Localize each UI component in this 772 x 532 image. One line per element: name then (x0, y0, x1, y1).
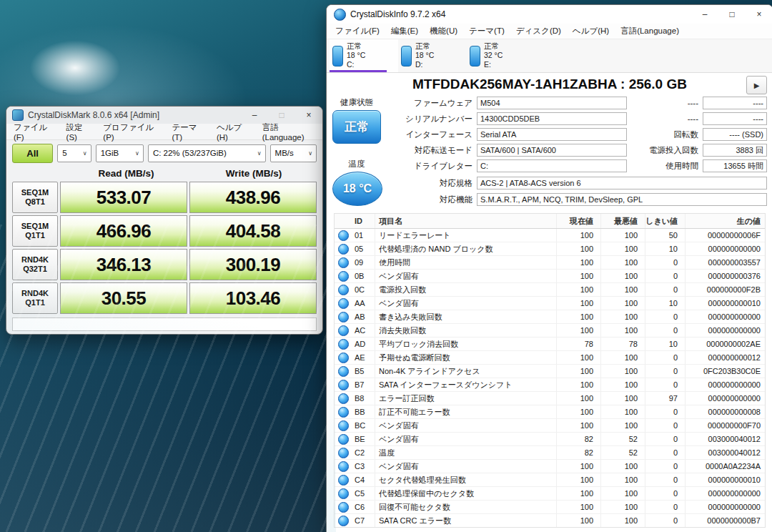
test-size-select[interactable]: 1GiB ∨ (96, 144, 144, 162)
drive-tab-d[interactable]: 正常 18 °C D: (398, 39, 467, 72)
smart-row[interactable]: B5 Non-4K アラインドアクセス 100 100 0 0FC203B30C… (335, 365, 765, 378)
smart-row[interactable]: AD 平均ブロック消去回数 78 78 10 0000000002AE (335, 338, 765, 351)
drive-tab-c[interactable]: 正常 18 °C C: (330, 39, 398, 72)
smart-row[interactable]: AC 消去失敗回数 100 100 0 000000000000 (335, 324, 765, 338)
smart-row[interactable]: AE 予期せぬ電源断回数 100 100 0 000000000012 (335, 351, 765, 365)
smart-row[interactable]: C5 代替処理保留中のセクタ数 100 100 0 000000000000 (335, 487, 765, 501)
chevron-down-icon: ∨ (257, 150, 262, 157)
read-result: 533.07 (60, 182, 187, 213)
drive-letter: C: (347, 60, 365, 69)
test-count-select[interactable]: 5 ∨ (57, 144, 91, 162)
minimize-icon[interactable]: – (691, 5, 718, 24)
write-value: 438.96 (226, 187, 281, 209)
cdi-menu-edit[interactable]: 編集(E) (385, 26, 424, 36)
smart-row[interactable]: AB 書き込み失敗回数 100 100 0 000000000000 (335, 310, 765, 324)
smart-row[interactable]: C6 回復不可能セクタ数 100 100 0 000000000000 (335, 501, 765, 514)
smart-id: C2 (352, 448, 375, 457)
smart-header-id: ID (352, 217, 375, 225)
cdm-menu-profile[interactable]: プロファイル(P) (97, 122, 166, 142)
field-label: シリアルナンバー (372, 114, 477, 124)
test-count-value: 5 (62, 149, 66, 157)
cdm-menu-language[interactable]: 言語(Language) (257, 122, 322, 142)
smart-row[interactable]: C4 セクタ代替処理発生回数 100 100 0 000000000010 (335, 473, 765, 487)
smart-worst-value: 100 (600, 351, 645, 364)
cdm-menu-file[interactable]: ファイル(F) (8, 122, 61, 142)
cdi-menu-function[interactable]: 機能(U) (424, 26, 463, 36)
close-icon[interactable]: × (295, 107, 322, 124)
smart-row[interactable]: 0B ベンダ固有 100 100 0 000000000376 (335, 270, 765, 283)
cdi-menu-disk[interactable]: ディスク(D) (510, 26, 567, 36)
smart-row[interactable]: BB 訂正不可能エラー数 100 100 0 000000000008 (335, 405, 765, 419)
write-value: 103.46 (226, 287, 281, 310)
smart-row[interactable]: B8 エラー訂正回数 100 100 97 000000000000 (335, 392, 765, 405)
smart-worst-value: 100 (600, 378, 645, 391)
smart-raw-value: 000000000000 (685, 324, 765, 337)
smart-row[interactable]: C2 温度 82 52 0 003000040012 (335, 446, 765, 460)
cdm-menu-theme[interactable]: テーマ(T) (167, 122, 211, 142)
cdi-menu-file[interactable]: ファイル(F) (330, 26, 385, 36)
field-label: インターフェース (372, 129, 477, 140)
cdm-titlebar[interactable]: CrystalDiskMark 8.0.6 x64 [Admin] – □ × (6, 107, 322, 124)
drive-tab-e[interactable]: 正常 32 °C E: (467, 39, 535, 72)
smart-row[interactable]: B7 SATA インターフェースダウンシフト 100 100 0 0000000… (335, 378, 765, 392)
test-label-line2: Q32T1 (23, 265, 47, 274)
smart-status-dot-icon (338, 257, 349, 268)
smart-status-dot-icon (338, 393, 349, 404)
cdi-titlebar[interactable]: CrystalDiskInfo 9.7.2 x64 – □ × (327, 5, 772, 24)
cdi-menu-help[interactable]: ヘルプ(H) (567, 26, 615, 36)
cdi-menu-theme[interactable]: テーマ(T) (463, 26, 510, 36)
smart-row[interactable]: 01 リードエラーレート 100 100 50 00000000006F (335, 229, 765, 242)
maximize-icon[interactable]: □ (268, 107, 295, 124)
smart-status-dot-icon (338, 339, 349, 350)
smart-worst-value: 100 (600, 270, 645, 282)
smart-attribute-name: SATA インターフェースダウンシフト (375, 378, 556, 391)
smart-row[interactable]: C7 SATA CRC エラー数 100 100 0 0000000000B7 (335, 514, 765, 527)
smart-threshold-value: 0 (645, 405, 685, 418)
write-result: 103.46 (189, 282, 317, 314)
drive-list-bar: 正常 18 °C C: 正常 18 °C D: 正常 32 °C E: (327, 39, 772, 73)
cdm-menu-settings[interactable]: 設定(S) (61, 122, 98, 142)
test-button-rnd4k-q1t1[interactable]: RND4K Q1T1 (12, 282, 58, 314)
smart-row[interactable]: 0C 電源投入回数 100 100 0 000000000F2B (335, 283, 765, 297)
field-label: 対応規格 (372, 178, 477, 189)
smart-id: AD (352, 340, 375, 348)
desktop-wallpaper: CrystalDiskMark 8.0.6 x64 [Admin] – □ × … (0, 0, 772, 532)
test-label-line1: SEQ1M (21, 222, 49, 231)
close-icon[interactable]: × (746, 5, 772, 24)
smart-row[interactable]: 05 代替処理済の NAND ブロック数 100 100 10 00000000… (335, 242, 765, 256)
smart-threshold-value: 0 (645, 324, 685, 337)
minimize-icon[interactable]: – (241, 107, 268, 124)
target-drive-select[interactable]: C: 22% (53/237GiB) ∨ (148, 144, 266, 162)
smart-row[interactable]: AA ベンダ固有 100 100 10 000000000010 (335, 297, 765, 310)
disk-status-indicator-icon (401, 46, 412, 66)
test-button-seq1m-q1t1[interactable]: SEQ1M Q1T1 (12, 215, 58, 247)
test-button-rnd4k-q32t1[interactable]: RND4K Q32T1 (12, 249, 58, 280)
smart-row[interactable]: BC ベンダ固有 100 100 0 000000000F70 (335, 419, 765, 433)
run-all-button[interactable]: All (12, 144, 53, 163)
smart-row[interactable]: C3 ベンダ固有 100 100 0 0000A0A2234A (335, 460, 765, 473)
test-size-value: 1GiB (101, 149, 119, 157)
smart-status-dot-icon (338, 516, 349, 526)
smart-row[interactable]: BE ベンダ固有 82 52 0 003000040012 (335, 433, 765, 446)
cdi-menu-language[interactable]: 言語(Language) (615, 26, 685, 36)
test-button-seq1m-q8t1[interactable]: SEQ1M Q8T1 (12, 182, 58, 213)
smart-threshold-value: 0 (645, 256, 685, 269)
smart-raw-value: 000000003557 (685, 256, 765, 269)
write-result: 404.58 (189, 215, 317, 247)
read-value: 346.13 (96, 254, 152, 276)
smart-id: B5 (352, 367, 375, 375)
read-value: 533.07 (96, 187, 152, 209)
next-drive-button[interactable]: ▶ (746, 76, 767, 94)
smart-table: ID 項目名 現在値 最悪値 しきい値 生の値 01 リードエラーレート 100… (334, 213, 766, 528)
unit-select[interactable]: MB/s ∨ (270, 144, 317, 162)
drive-temp: 32 °C (484, 51, 503, 60)
smart-row[interactable]: 09 使用時間 100 100 0 000000003557 (335, 256, 765, 270)
smart-id: 01 (352, 231, 375, 240)
drive-status: 正常 (484, 41, 503, 51)
maximize-icon[interactable]: □ (718, 5, 746, 24)
smart-current-value: 100 (556, 487, 600, 500)
cdm-menu-help[interactable]: ヘルプ(H) (211, 122, 257, 142)
smart-attribute-name: ベンダ固有 (375, 433, 556, 445)
smart-current-value: 100 (556, 310, 600, 323)
smart-current-value: 100 (556, 365, 600, 378)
